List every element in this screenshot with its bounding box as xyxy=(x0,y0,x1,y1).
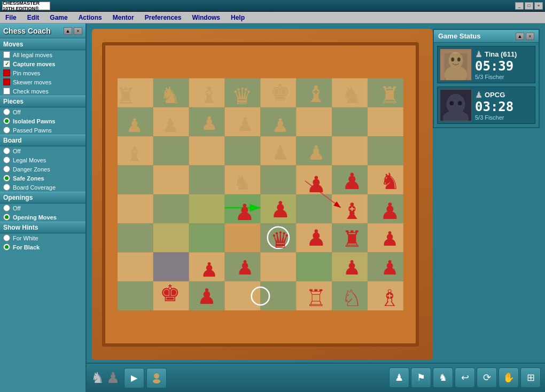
section-pieces: Pieces xyxy=(0,96,85,107)
svg-text:♚: ♚ xyxy=(160,281,181,307)
menu-windows[interactable]: Windows xyxy=(189,13,223,22)
svg-text:♘: ♘ xyxy=(342,285,363,311)
bottom-btn-2[interactable]: ⚑ xyxy=(411,367,431,388)
section-moves: Moves xyxy=(0,38,85,50)
play-forward-btn[interactable]: ▶ xyxy=(124,368,144,388)
checkbox-pin[interactable] xyxy=(3,69,10,76)
svg-text:♖: ♖ xyxy=(306,285,327,311)
play-piece-btn[interactable] xyxy=(146,368,167,388)
svg-rect-50 xyxy=(153,253,189,281)
svg-rect-120 xyxy=(445,53,468,80)
svg-rect-40 xyxy=(118,223,153,252)
menubar: File Edit Game Actions Mentor Preference… xyxy=(0,12,545,23)
svg-rect-13 xyxy=(297,107,332,136)
bottom-btn-5[interactable]: ⟳ xyxy=(477,367,497,388)
svg-text:♞: ♞ xyxy=(160,82,181,108)
close-btn[interactable]: × xyxy=(534,2,543,10)
option-passed[interactable]: Passed Pawns xyxy=(0,126,85,135)
player1-rating: 5/3 Fischer xyxy=(475,74,533,80)
svg-text:♟: ♟ xyxy=(162,115,178,136)
svg-text:♟: ♟ xyxy=(272,142,290,164)
option-for-black[interactable]: For Black xyxy=(0,242,85,252)
game-status-header: Game Status ▲ × xyxy=(434,30,539,43)
chess-coach-title: Chess Coach xyxy=(3,27,51,35)
maximize-btn[interactable]: □ xyxy=(525,2,533,10)
section-openings: Openings xyxy=(0,192,85,203)
piece-icons-left: ♞ ♟ xyxy=(91,369,120,387)
checkbox-capture[interactable] xyxy=(3,60,10,67)
player2-rating: 5/3 Fischer xyxy=(475,114,533,121)
svg-rect-18 xyxy=(189,136,225,165)
bottom-btn-4[interactable]: ↩ xyxy=(455,367,475,388)
option-danger[interactable]: Danger Zones xyxy=(0,164,85,174)
board-area[interactable]: ♜ ♞ ♝ ♛ ♚ ♝ xyxy=(87,23,545,392)
menu-help[interactable]: Help xyxy=(228,13,248,22)
option-safe[interactable]: Safe Zones xyxy=(0,174,85,183)
radio-safe[interactable] xyxy=(3,175,10,182)
radio-passed[interactable] xyxy=(3,127,10,134)
menu-edit[interactable]: Edit xyxy=(24,13,43,22)
radio-opening-moves[interactable] xyxy=(3,214,10,221)
option-isolated[interactable]: Isolated Pawns xyxy=(0,116,85,126)
svg-text:♝: ♝ xyxy=(199,82,220,108)
option-pieces-off[interactable]: Off xyxy=(0,107,85,116)
checkbox-check[interactable] xyxy=(3,88,10,95)
radio-isolated[interactable] xyxy=(3,117,10,124)
radio-coverage[interactable] xyxy=(3,184,10,191)
bottom-btn-6[interactable]: ✋ xyxy=(499,367,519,388)
option-opening-moves[interactable]: Opening Moves xyxy=(0,213,85,222)
svg-text:♞: ♞ xyxy=(380,169,400,194)
status-close-btn[interactable]: × xyxy=(526,33,534,40)
svg-text:♟: ♟ xyxy=(201,113,217,134)
svg-rect-28 xyxy=(261,166,297,194)
radio-for-white[interactable] xyxy=(3,234,10,241)
player1-name: Tina (611) xyxy=(485,50,517,58)
radio-pieces-off[interactable] xyxy=(3,108,10,115)
svg-text:♚: ♚ xyxy=(270,80,291,105)
menu-file[interactable]: File xyxy=(2,13,20,22)
option-capture[interactable]: Capture moves xyxy=(0,59,85,68)
checkbox-all-legal[interactable] xyxy=(3,51,10,58)
svg-rect-14 xyxy=(332,107,368,136)
coach-close-btn[interactable]: × xyxy=(74,27,82,35)
option-skewer[interactable]: Skewer moves xyxy=(0,77,85,87)
play-controls: ▶ xyxy=(124,368,167,388)
player2-piece-icon: ♟ xyxy=(475,90,482,100)
menu-game[interactable]: Game xyxy=(46,13,71,22)
radio-board-off[interactable] xyxy=(3,147,10,154)
checkbox-skewer[interactable] xyxy=(3,79,10,85)
svg-rect-32 xyxy=(118,194,153,223)
option-for-white[interactable]: For White xyxy=(0,233,85,242)
menu-actions[interactable]: Actions xyxy=(75,13,105,22)
svg-text:♟: ♟ xyxy=(344,257,361,279)
svg-point-125 xyxy=(458,101,462,105)
svg-point-126 xyxy=(154,373,159,379)
svg-text:♛: ♛ xyxy=(232,83,253,109)
svg-text:♟: ♟ xyxy=(308,142,325,164)
option-all-legal[interactable]: All legal moves xyxy=(0,50,85,59)
menu-mentor[interactable]: Mentor xyxy=(110,13,137,22)
svg-text:♟: ♟ xyxy=(200,260,218,281)
status-minimize-btn[interactable]: ▲ xyxy=(516,33,524,40)
bottom-btn-1[interactable]: ♟ xyxy=(389,367,409,388)
svg-text:♜: ♜ xyxy=(380,82,401,108)
option-board-off[interactable]: Off xyxy=(0,146,85,155)
option-pin[interactable]: Pin moves xyxy=(0,68,85,77)
svg-text:♟: ♟ xyxy=(382,228,399,250)
radio-legal-moves[interactable] xyxy=(3,156,10,163)
svg-text:♟: ♟ xyxy=(127,115,143,136)
minimize-btn[interactable]: _ xyxy=(515,2,524,10)
radio-openings-off[interactable] xyxy=(3,205,10,211)
radio-danger[interactable] xyxy=(3,166,10,173)
chess-board[interactable]: ♜ ♞ ♝ ♛ ♚ ♝ xyxy=(92,29,433,360)
option-legal-moves[interactable]: Legal Moves xyxy=(0,155,85,164)
bottom-btn-3[interactable]: ♞ xyxy=(433,367,453,388)
option-check[interactable]: Check moves xyxy=(0,87,85,96)
coach-minimize-btn[interactable]: ▲ xyxy=(64,27,72,35)
bottom-btn-7[interactable]: ⊞ xyxy=(520,367,541,388)
option-coverage[interactable]: Board Coverage xyxy=(0,183,85,192)
svg-text:♟: ♟ xyxy=(342,169,362,194)
menu-preferences[interactable]: Preferences xyxy=(142,13,185,22)
radio-for-black[interactable] xyxy=(3,244,10,250)
option-openings-off[interactable]: Off xyxy=(0,203,85,213)
